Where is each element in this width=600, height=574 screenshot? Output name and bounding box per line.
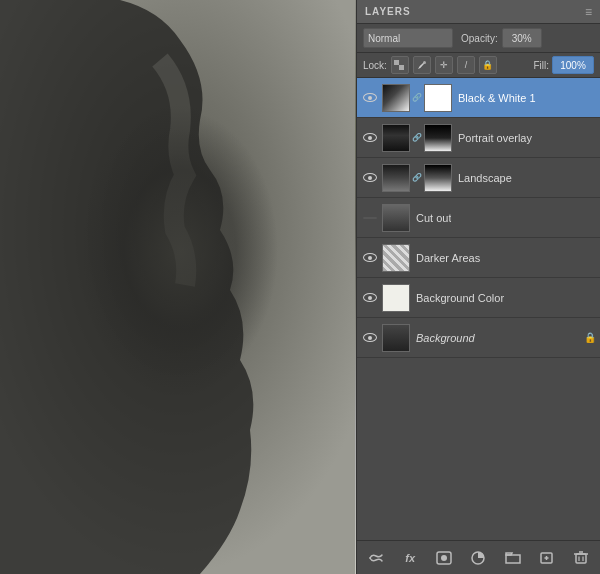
layer-item-bw1[interactable]: 🔗Black & White 1 — [357, 78, 600, 118]
layer-name-background: Background — [416, 332, 475, 344]
fill-value[interactable]: 100% — [552, 56, 594, 74]
layer-thumb-group-landscape: 🔗 — [382, 164, 452, 192]
layer-mask-landscape — [424, 164, 452, 192]
layers-panel: LAYERS ≡ Normal Multiply Screen Overlay … — [356, 0, 600, 574]
layer-eye-landscape[interactable] — [361, 169, 379, 187]
layer-name-portrait: Portrait overlay — [458, 132, 532, 144]
layer-thumb-group-cutout — [382, 204, 410, 232]
blend-opacity-row: Normal Multiply Screen Overlay Opacity: … — [357, 24, 600, 53]
layer-item-bgcolor[interactable]: Background Color — [357, 278, 600, 318]
layer-item-portrait[interactable]: 🔗Portrait overlay — [357, 118, 600, 158]
panel-footer: fx — [357, 540, 600, 574]
layer-name-bw1: Black & White 1 — [458, 92, 536, 104]
add-mask-btn[interactable] — [433, 547, 455, 569]
svg-rect-4 — [394, 65, 399, 70]
brush-icon — [416, 60, 427, 71]
eye-open-icon — [363, 93, 377, 102]
layer-thumb-background — [382, 324, 410, 352]
layer-item-background[interactable]: Background🔒 — [357, 318, 600, 358]
artboard-icon: / — [465, 60, 468, 70]
layer-name-bgcolor: Background Color — [416, 292, 504, 304]
new-layer-btn[interactable] — [536, 547, 558, 569]
layer-mask-bw1 — [424, 84, 452, 112]
layer-item-cutout[interactable]: Cut out — [357, 198, 600, 238]
eye-open-icon — [363, 253, 377, 262]
layer-thumb-portrait — [382, 124, 410, 152]
layer-name-cutout: Cut out — [416, 212, 451, 224]
fill-label: Fill: — [533, 60, 549, 71]
link-layers-btn[interactable] — [365, 547, 387, 569]
trash-icon — [573, 551, 589, 565]
layer-eye-bw1[interactable] — [361, 89, 379, 107]
svg-point-5 — [423, 61, 426, 64]
delete-layer-btn[interactable] — [570, 547, 592, 569]
svg-rect-3 — [399, 60, 404, 65]
eye-open-icon — [363, 133, 377, 142]
lock-all-btn[interactable]: 🔒 — [479, 56, 497, 74]
panel-header: LAYERS ≡ — [357, 0, 600, 24]
layer-thumb-group-bgcolor — [382, 284, 410, 312]
fill-section: Fill: 100% — [533, 56, 594, 74]
layer-thumb-bw1 — [382, 84, 410, 112]
layers-list: 🔗Black & White 1🔗Portrait overlay🔗Landsc… — [357, 78, 600, 540]
svg-point-7 — [441, 555, 447, 561]
lock-transparent-btn[interactable] — [391, 56, 409, 74]
layer-eye-darker[interactable] — [361, 249, 379, 267]
layer-thumb-group-portrait: 🔗 — [382, 124, 452, 152]
mask-icon — [436, 551, 452, 565]
lock-icon: 🔒 — [482, 60, 493, 70]
layer-eye-portrait[interactable] — [361, 129, 379, 147]
checkerboard-icon — [394, 60, 405, 71]
layer-thumb-cutout — [382, 204, 410, 232]
layer-item-landscape[interactable]: 🔗Landscape — [357, 158, 600, 198]
layer-thumb-group-background — [382, 324, 410, 352]
lock-label: Lock: — [363, 60, 387, 71]
link-icon — [368, 551, 384, 565]
layer-thumb-darker — [382, 244, 410, 272]
layer-eye-bgcolor[interactable] — [361, 289, 379, 307]
panel-title: LAYERS — [365, 6, 411, 17]
layer-item-darker[interactable]: Darker Areas — [357, 238, 600, 278]
eye-open-icon — [363, 173, 377, 182]
layer-thumb-group-bw1: 🔗 — [382, 84, 452, 112]
chain-icon-bw1: 🔗 — [412, 93, 422, 102]
opacity-input[interactable]: 30% — [502, 28, 542, 48]
adjustment-icon — [470, 551, 486, 565]
silhouette-svg — [0, 0, 355, 574]
layer-name-landscape: Landscape — [458, 172, 512, 184]
layer-thumb-landscape — [382, 164, 410, 192]
svg-rect-1 — [394, 60, 399, 65]
lock-row: Lock: ✛ / 🔒 Fill: 100% — [357, 53, 600, 78]
layer-thumb-group-darker — [382, 244, 410, 272]
svg-rect-12 — [576, 554, 586, 563]
adjustment-layer-btn[interactable] — [467, 547, 489, 569]
eye-open-icon — [363, 333, 377, 342]
layer-mask-portrait — [424, 124, 452, 152]
move-icon: ✛ — [440, 60, 448, 70]
svg-rect-2 — [399, 65, 404, 70]
new-layer-icon — [539, 551, 555, 565]
folder-icon — [505, 551, 521, 565]
fx-label: fx — [405, 552, 415, 564]
lock-image-btn[interactable] — [413, 56, 431, 74]
lock-position-btn[interactable]: ✛ — [435, 56, 453, 74]
layer-locked-icon-background: 🔒 — [584, 332, 596, 343]
layer-eye-background[interactable] — [361, 329, 379, 347]
opacity-label: Opacity: — [461, 33, 498, 44]
lock-artboard-btn[interactable]: / — [457, 56, 475, 74]
layer-fx-btn[interactable]: fx — [399, 547, 421, 569]
layer-name-darker: Darker Areas — [416, 252, 480, 264]
new-group-btn[interactable] — [502, 547, 524, 569]
eye-open-icon — [363, 293, 377, 302]
layer-eye-cutout[interactable] — [361, 209, 379, 227]
chain-icon-portrait: 🔗 — [412, 133, 422, 142]
layer-thumb-bgcolor — [382, 284, 410, 312]
eye-hidden-icon — [363, 217, 377, 219]
chain-icon-landscape: 🔗 — [412, 173, 422, 182]
blend-mode-select[interactable]: Normal Multiply Screen Overlay — [363, 28, 453, 48]
panel-menu-icon[interactable]: ≡ — [585, 5, 592, 19]
photo-background — [0, 0, 360, 574]
